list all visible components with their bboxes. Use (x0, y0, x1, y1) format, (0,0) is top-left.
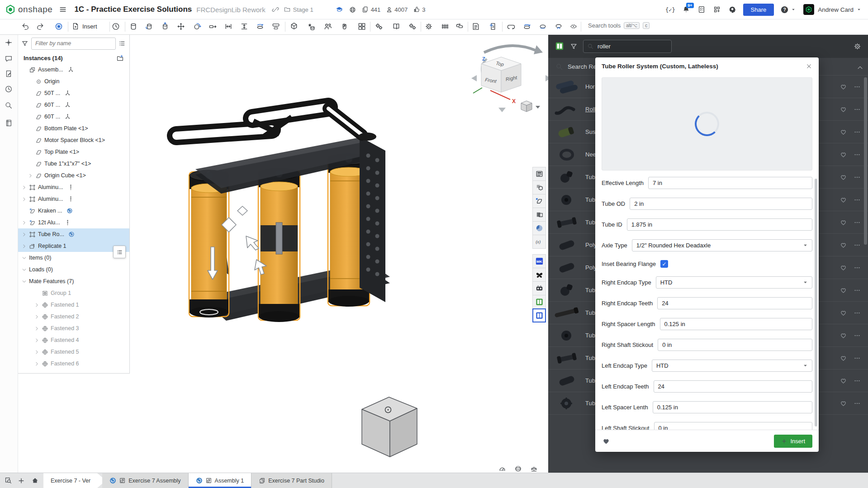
chevron-down-icon[interactable] (20, 256, 28, 261)
chevron-down-icon[interactable] (20, 279, 28, 284)
favorite-heart-icon[interactable] (840, 332, 847, 339)
tab-exercise-7-part-studio[interactable]: Exercise 7 Part Studio (251, 473, 332, 488)
dotsv-icon[interactable] (67, 184, 74, 191)
tree-item[interactable]: Aluminu... (18, 193, 129, 205)
favorite-heart-icon[interactable] (840, 286, 847, 294)
variables-panel-icon[interactable]: (x) (532, 235, 546, 249)
fastened-mate-icon[interactable] (129, 22, 138, 31)
configurations-icon[interactable] (425, 22, 433, 31)
tree-item[interactable]: Origin (18, 76, 129, 87)
field-input[interactable]: 1.875 in (627, 218, 812, 231)
insert-panel-icon[interactable] (5, 38, 13, 47)
learning-center-icon[interactable] (335, 5, 343, 14)
filter-input[interactable] (31, 38, 116, 50)
planar-mate-icon[interactable] (177, 22, 185, 31)
favorite-heart-icon[interactable] (840, 241, 847, 249)
search-tabs-icon[interactable] (5, 477, 12, 484)
chevron-right-icon[interactable] (33, 326, 40, 331)
tree-item[interactable]: Fastened 5 (18, 346, 129, 358)
chevron-right-icon[interactable] (27, 173, 34, 178)
dotsv-icon[interactable] (67, 196, 74, 203)
public-globe-icon[interactable] (349, 6, 356, 14)
field-input[interactable]: 24 (654, 380, 812, 393)
branch-name[interactable]: Stage 1 (293, 6, 313, 13)
butterfly-app-icon[interactable] (532, 268, 546, 282)
view-options-cube-icon[interactable] (521, 101, 540, 112)
replicate-tool-icon[interactable] (455, 22, 464, 31)
mateconn-icon[interactable] (64, 90, 71, 97)
history-panel-icon[interactable] (5, 85, 13, 93)
tree-item[interactable]: Tube 1"x1"x7" <1> (18, 158, 129, 170)
chevron-right-icon[interactable] (20, 197, 28, 202)
tree-item[interactable]: 60T ... (18, 111, 129, 123)
favorite-heart-icon[interactable] (840, 377, 847, 384)
exploded-view-icon[interactable] (489, 22, 498, 31)
field-input[interactable]: 0 in (658, 339, 812, 351)
row-menu-icon[interactable] (854, 377, 861, 384)
row-menu-icon[interactable] (854, 287, 861, 294)
row-menu-icon[interactable] (854, 264, 861, 271)
favorite-heart-icon[interactable] (840, 128, 847, 136)
library-blue-app-icon[interactable] (532, 308, 546, 322)
rotate-down-arrow[interactable] (498, 108, 506, 112)
field-select[interactable]: HTD (656, 276, 812, 289)
in-context-icon[interactable] (358, 22, 366, 31)
bom-icon[interactable] (472, 22, 480, 31)
checkbox-checked[interactable]: ✓ (660, 260, 668, 268)
render-mode-icon[interactable] (514, 465, 522, 473)
favorite-heart-icon[interactable] (840, 264, 847, 271)
favorite-heart-icon[interactable] (840, 105, 847, 113)
tree-item[interactable]: Fastened 2 (18, 311, 129, 322)
favorite-heart-icon[interactable] (602, 436, 611, 445)
row-menu-icon[interactable] (854, 332, 861, 339)
history-icon[interactable] (112, 22, 120, 31)
display-states-icon[interactable] (532, 180, 546, 194)
mate-group-icon[interactable] (272, 22, 280, 31)
add-tab-icon[interactable] (18, 477, 25, 484)
row-menu-icon[interactable] (854, 242, 861, 249)
favorite-heart-icon[interactable] (840, 196, 847, 204)
tasks-icon[interactable] (697, 5, 706, 14)
chevron-right-icon[interactable] (33, 314, 40, 319)
row-menu-icon[interactable] (854, 196, 861, 204)
row-menu-icon[interactable] (854, 174, 861, 181)
favorite-heart-icon[interactable] (840, 218, 847, 226)
tree-item[interactable]: Kraken ... (18, 205, 129, 217)
link-icon[interactable] (272, 6, 279, 13)
notes-panel-icon[interactable] (5, 70, 13, 78)
measure-tool-icon[interactable] (530, 465, 538, 473)
row-menu-icon[interactable] (854, 219, 861, 226)
tree-item[interactable]: Aluminu... (18, 181, 129, 193)
search-panel-icon[interactable] (5, 101, 13, 109)
library-settings-gear-icon[interactable] (853, 42, 862, 51)
add-folder-icon[interactable] (116, 54, 124, 62)
tree-item[interactable]: Tube Ro... (18, 228, 129, 240)
user-avatar[interactable] (803, 4, 814, 15)
mateconn-icon[interactable] (67, 66, 74, 73)
chevron-right-icon[interactable] (33, 303, 40, 308)
library-green-app-icon[interactable] (532, 295, 546, 309)
group-icon[interactable] (290, 22, 299, 31)
user-name[interactable]: Andrew Card (818, 6, 854, 13)
notifications-bell-icon[interactable]: 9+ (682, 5, 690, 14)
library-search[interactable] (583, 40, 672, 53)
ai-assistant-icon[interactable] (728, 5, 737, 14)
field-input[interactable]: 0.125 in (653, 401, 812, 413)
favorite-heart-icon[interactable] (840, 151, 847, 158)
row-menu-icon[interactable] (854, 83, 861, 90)
tree-item[interactable]: Group 1 (18, 287, 129, 299)
mkcad-app-icon[interactable]: MK (532, 254, 546, 268)
export-part-icon[interactable] (532, 194, 546, 208)
scroll-up-icon[interactable] (857, 64, 863, 71)
chevron-right-icon[interactable] (20, 220, 28, 225)
tree-item[interactable]: Replicate 1 (18, 240, 129, 252)
slider-mate-icon[interactable] (161, 22, 170, 31)
publish-icon[interactable] (341, 22, 349, 31)
chevron-right-icon[interactable] (20, 244, 28, 249)
library-search-input[interactable] (597, 43, 644, 50)
dialog-scrollbar[interactable] (815, 179, 817, 426)
tree-item[interactable]: Fastened 6 (18, 358, 129, 370)
favorite-heart-icon[interactable] (840, 83, 847, 90)
share-button[interactable]: Share (743, 4, 774, 16)
standard-content-icon[interactable] (324, 22, 332, 31)
